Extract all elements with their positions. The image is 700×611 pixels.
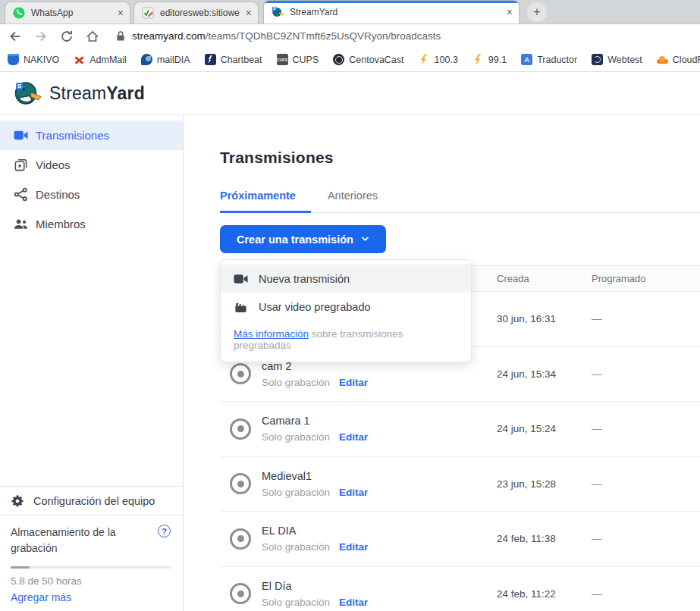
sidebar-item-transmisiones[interactable]: Transmisiones xyxy=(0,121,183,150)
browser-tab-editoresweb[interactable]: editoresweb:sitioweb:eldia.co × xyxy=(133,2,259,24)
create-broadcast-label: Crear una transmisión xyxy=(237,233,353,246)
storage-section: Almacenamiento de la grabación ? 5.8 de … xyxy=(0,515,183,611)
back-icon[interactable] xyxy=(8,29,23,44)
traductor-icon: A xyxy=(521,54,532,65)
bookmark-centovacast[interactable]: CentovaCast xyxy=(333,54,403,65)
close-tab-icon[interactable]: × xyxy=(507,7,513,17)
storage-title: Almacenamiento de la grabación xyxy=(11,525,140,556)
sidebar-item-videos[interactable]: Videos xyxy=(0,150,183,180)
created-cell: 24 jun, 15:34 xyxy=(497,368,592,380)
scheduled-cell: — xyxy=(592,588,700,600)
close-tab-icon[interactable]: × xyxy=(246,8,252,18)
storage-usage-text: 5.8 de 50 horas xyxy=(11,575,171,587)
lock-icon xyxy=(115,30,126,42)
browser-tab-whatsapp[interactable]: WhatsApp × xyxy=(5,2,130,24)
close-tab-icon[interactable]: × xyxy=(118,8,124,18)
whatsapp-icon xyxy=(13,7,25,19)
webtest-icon xyxy=(592,54,603,65)
more-info-link[interactable]: Más información xyxy=(234,328,309,340)
tab-title: WhatsApp xyxy=(31,8,111,18)
browser-window: WhatsApp × editoresweb:sitioweb:eldia.co… xyxy=(0,0,700,611)
members-icon xyxy=(14,217,28,231)
url-host: streamyard.com xyxy=(132,30,206,42)
team-settings-label: Configuración del equipo xyxy=(33,495,155,507)
bookmark-cups[interactable]: CUPSCUPS xyxy=(277,54,319,65)
scheduled-cell: — xyxy=(592,313,700,324)
scheduled-cell: — xyxy=(592,423,700,434)
add-more-link[interactable]: Agregar más xyxy=(11,591,171,603)
chartbeat-icon xyxy=(205,54,216,65)
sidebar: Transmisiones Videos Destinos Miembros xyxy=(0,115,184,611)
record-icon xyxy=(230,473,251,494)
tab-proximamente[interactable]: Próximamente xyxy=(220,190,311,213)
team-settings-button[interactable]: Configuración del equipo xyxy=(0,486,183,515)
menu-item-label: Usar video pregrabado xyxy=(259,301,371,313)
sidebar-item-destinos[interactable]: Destinos xyxy=(0,180,183,209)
reload-icon[interactable] xyxy=(59,29,74,44)
tab-title: StreamYard xyxy=(290,7,501,17)
prerecorded-info-text: Más información sobre transmisiones preg… xyxy=(221,321,471,351)
column-created: Creada xyxy=(497,273,592,284)
column-scheduled: Programado xyxy=(592,273,700,284)
menu-item-nueva-transmision[interactable]: Nueva transmisión xyxy=(221,265,471,293)
broadcast-row[interactable]: EL DIA Solo grabaciónEditar 24 feb, 11:3… xyxy=(220,512,700,567)
sidebar-item-miembros[interactable]: Miembros xyxy=(0,209,183,239)
edit-link[interactable]: Editar xyxy=(339,597,368,608)
bookmarks-bar: NAKIVO AdmMail mailDIA Chartbeat CUPSCUP… xyxy=(0,48,700,72)
created-cell: 24 feb, 11:38 xyxy=(497,533,592,544)
bolt-icon xyxy=(419,54,430,65)
created-cell: 30 jun, 16:31 xyxy=(497,313,592,324)
new-tab-button[interactable]: + xyxy=(527,2,547,22)
browser-toolbar: streamyard.com/teams/TQDhBC9ZNTmft6z5UsQ… xyxy=(0,24,700,48)
bookmark-cloudflare[interactable]: CloudFlare xyxy=(657,54,700,65)
edit-link[interactable]: Editar xyxy=(339,541,368,553)
share-icon xyxy=(14,187,28,202)
edit-page-icon xyxy=(142,7,154,19)
streamyard-duck-icon: S xyxy=(14,80,42,106)
menu-item-usar-video-pregrabado[interactable]: Usar video pregrabado xyxy=(221,293,471,321)
broadcast-row[interactable]: Camara 1 Solo grabaciónEditar 24 jun, 15… xyxy=(220,402,700,457)
bookmark-maildia[interactable]: mailDIA xyxy=(141,54,190,65)
maildia-icon xyxy=(141,54,152,65)
streamyard-logo[interactable]: S StreamYard xyxy=(14,80,145,106)
video-camera-icon xyxy=(234,273,248,285)
home-icon[interactable] xyxy=(85,29,100,44)
help-icon[interactable]: ? xyxy=(158,525,171,537)
streamyard-favicon: S xyxy=(272,6,284,18)
broadcast-row[interactable]: Medieval1 Solo grabaciónEditar 23 jun, 1… xyxy=(220,457,700,512)
page-title: Transmisiones xyxy=(220,149,700,167)
bookmark-99-1[interactable]: 99.1 xyxy=(472,54,507,65)
edit-link[interactable]: Editar xyxy=(339,377,368,388)
sidebar-item-label: Miembros xyxy=(36,218,86,230)
bookmark-100-3[interactable]: 100.3 xyxy=(419,54,458,65)
sidebar-item-label: Videos xyxy=(36,158,71,171)
bookmark-traductor[interactable]: ATraductor xyxy=(521,54,577,65)
scheduled-cell: — xyxy=(592,478,700,490)
record-icon xyxy=(230,528,251,550)
browser-tab-streamyard[interactable]: S StreamYard × xyxy=(263,0,520,24)
bookmark-webtest[interactable]: Webtest xyxy=(592,54,642,65)
nakivo-icon xyxy=(8,54,19,65)
centovacast-icon xyxy=(333,54,344,65)
tab-anteriores[interactable]: Anteriores xyxy=(328,190,393,213)
gear-icon xyxy=(11,494,24,508)
storage-progress-bar xyxy=(11,566,171,569)
bolt-icon xyxy=(472,54,484,65)
forward-icon[interactable] xyxy=(33,29,49,44)
create-broadcast-button[interactable]: Crear una transmisión xyxy=(220,225,386,253)
created-cell: 24 jun, 15:24 xyxy=(497,423,592,434)
edit-link[interactable]: Editar xyxy=(339,431,368,443)
bookmark-chartbeat[interactable]: Chartbeat xyxy=(205,54,262,65)
storage-progress-fill xyxy=(11,566,30,569)
bookmark-admmail[interactable]: AdmMail xyxy=(74,54,127,65)
edit-link[interactable]: Editar xyxy=(339,487,368,498)
created-cell: 24 feb, 11:22 xyxy=(497,588,592,600)
url-path: /teams/TQDhBC9ZNTmft6z5UsQVRyon/broadcas… xyxy=(206,30,441,42)
address-bar[interactable]: streamyard.com/teams/TQDhBC9ZNTmft6z5UsQ… xyxy=(115,30,441,42)
record-icon xyxy=(230,363,251,384)
bookmark-nakivo[interactable]: NAKIVO xyxy=(8,54,59,65)
video-camera-icon xyxy=(14,128,28,143)
broadcast-row[interactable]: El Día Solo grabaciónEditar 24 feb, 11:2… xyxy=(220,567,700,611)
svg-text:S: S xyxy=(17,83,21,89)
scheduled-cell: — xyxy=(592,533,700,544)
